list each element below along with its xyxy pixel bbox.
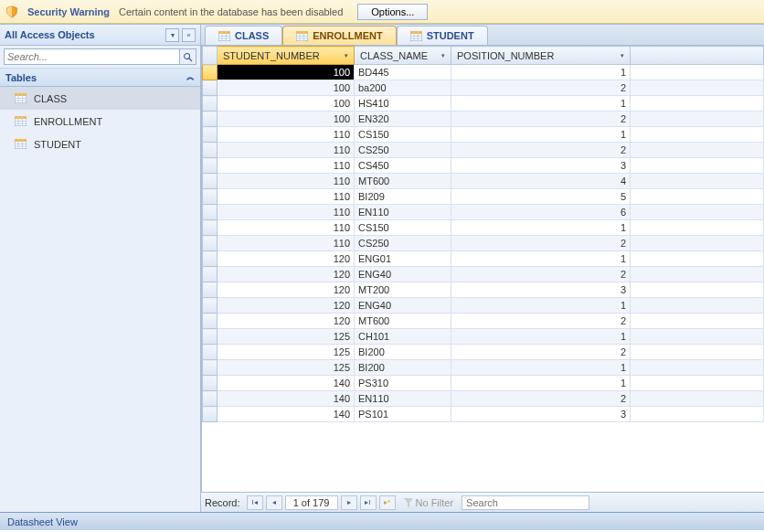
cell-student-number[interactable]: 140 xyxy=(218,407,355,422)
cell-class-name[interactable]: BI200 xyxy=(355,345,451,360)
cell-student-number[interactable]: 100 xyxy=(218,80,355,96)
tab-student[interactable]: STUDENT xyxy=(397,26,488,45)
next-record-button[interactable]: ▸ xyxy=(341,495,357,510)
cell-position-number[interactable]: 5 xyxy=(451,189,631,205)
prev-record-button[interactable]: ◂ xyxy=(266,495,282,510)
cell-class-name[interactable]: HS410 xyxy=(355,96,451,112)
cell-class-name[interactable]: CH101 xyxy=(355,329,451,345)
cell-position-number[interactable]: 1 xyxy=(451,127,631,143)
row-selector[interactable] xyxy=(203,80,218,96)
cell-student-number[interactable]: 100 xyxy=(218,96,355,112)
row-selector[interactable] xyxy=(203,391,218,407)
cell-class-name[interactable]: MT600 xyxy=(355,314,451,329)
row-selector[interactable] xyxy=(203,112,218,127)
row-selector[interactable] xyxy=(203,65,218,80)
row-selector[interactable] xyxy=(203,314,218,329)
cell-position-number[interactable]: 2 xyxy=(451,236,631,251)
select-all-cell[interactable] xyxy=(203,47,218,65)
nav-item-student[interactable]: STUDENT xyxy=(0,133,200,155)
cell-student-number[interactable]: 125 xyxy=(218,345,355,360)
cell-student-number[interactable]: 100 xyxy=(218,65,355,80)
cell-position-number[interactable]: 2 xyxy=(451,112,631,127)
cell-student-number[interactable]: 110 xyxy=(218,127,355,143)
row-selector[interactable] xyxy=(203,329,218,345)
record-search-input[interactable] xyxy=(462,495,589,510)
cell-position-number[interactable]: 1 xyxy=(451,329,631,345)
cell-student-number[interactable]: 110 xyxy=(218,189,355,205)
cell-student-number[interactable]: 110 xyxy=(218,220,355,236)
cell-class-name[interactable]: CS150 xyxy=(355,127,451,143)
cell-class-name[interactable]: ENG40 xyxy=(355,298,451,314)
row-selector[interactable] xyxy=(203,345,218,360)
column-dropdown-icon[interactable]: ▾ xyxy=(618,50,627,61)
new-record-button[interactable]: ▸* xyxy=(379,495,396,510)
row-selector[interactable] xyxy=(203,205,218,220)
cell-position-number[interactable]: 2 xyxy=(451,314,631,329)
tab-enrollment[interactable]: ENROLLMENT xyxy=(282,26,396,45)
column-dropdown-icon[interactable]: ▾ xyxy=(342,50,351,61)
cell-position-number[interactable]: 1 xyxy=(451,376,631,391)
cell-position-number[interactable]: 2 xyxy=(451,391,631,407)
row-selector[interactable] xyxy=(203,360,218,376)
cell-student-number[interactable]: 110 xyxy=(218,158,355,174)
row-selector[interactable] xyxy=(203,282,218,298)
cell-student-number[interactable]: 110 xyxy=(218,236,355,251)
cell-position-number[interactable]: 2 xyxy=(451,143,631,158)
cell-class-name[interactable]: EN110 xyxy=(355,205,451,220)
cell-position-number[interactable]: 1 xyxy=(451,360,631,376)
cell-position-number[interactable]: 3 xyxy=(451,158,631,174)
row-selector[interactable] xyxy=(203,174,218,189)
row-selector[interactable] xyxy=(203,220,218,236)
row-selector[interactable] xyxy=(203,251,218,267)
cell-position-number[interactable]: 1 xyxy=(451,65,631,80)
cell-class-name[interactable]: PS310 xyxy=(355,376,451,391)
cell-class-name[interactable]: ba200 xyxy=(355,80,451,96)
filter-indicator[interactable]: No Filter xyxy=(404,497,454,508)
security-options-button[interactable]: Options... xyxy=(357,4,428,20)
first-record-button[interactable]: I◂ xyxy=(247,495,263,510)
cell-position-number[interactable]: 3 xyxy=(451,407,631,422)
cell-class-name[interactable]: CS150 xyxy=(355,220,451,236)
column-dropdown-icon[interactable]: ▾ xyxy=(439,50,448,61)
cell-student-number[interactable]: 140 xyxy=(218,376,355,391)
cell-student-number[interactable]: 120 xyxy=(218,314,355,329)
cell-student-number[interactable]: 100 xyxy=(218,112,355,127)
cell-student-number[interactable]: 120 xyxy=(218,251,355,267)
cell-student-number[interactable]: 140 xyxy=(218,391,355,407)
column-header-position_number[interactable]: POSITION_NUMBER▾ xyxy=(451,47,631,65)
cell-student-number[interactable]: 125 xyxy=(218,329,355,345)
row-selector[interactable] xyxy=(203,236,218,251)
row-selector[interactable] xyxy=(203,376,218,391)
cell-student-number[interactable]: 120 xyxy=(218,267,355,282)
column-header-student_number[interactable]: STUDENT_NUMBER▾ xyxy=(218,47,355,65)
cell-student-number[interactable]: 125 xyxy=(218,360,355,376)
nav-item-class[interactable]: CLASS xyxy=(0,87,200,110)
cell-class-name[interactable]: CS450 xyxy=(355,158,451,174)
cell-class-name[interactable]: MT200 xyxy=(355,282,451,298)
cell-student-number[interactable]: 120 xyxy=(218,298,355,314)
nav-collapse-icon[interactable]: « xyxy=(182,28,196,42)
cell-student-number[interactable]: 110 xyxy=(218,143,355,158)
cell-class-name[interactable]: PS101 xyxy=(355,407,451,422)
nav-caption[interactable]: All Access Objects xyxy=(5,29,163,40)
row-selector[interactable] xyxy=(203,143,218,158)
cell-class-name[interactable]: BD445 xyxy=(355,65,451,80)
cell-position-number[interactable]: 2 xyxy=(451,267,631,282)
cell-position-number[interactable]: 4 xyxy=(451,174,631,189)
cell-student-number[interactable]: 110 xyxy=(218,174,355,189)
row-selector[interactable] xyxy=(203,267,218,282)
cell-class-name[interactable]: ENG40 xyxy=(355,267,451,282)
nav-dropdown-icon[interactable]: ▾ xyxy=(165,28,179,42)
cell-position-number[interactable]: 1 xyxy=(451,251,631,267)
cell-position-number[interactable]: 6 xyxy=(451,205,631,220)
cell-class-name[interactable]: MT600 xyxy=(355,174,451,189)
row-selector[interactable] xyxy=(203,96,218,112)
cell-class-name[interactable]: CS250 xyxy=(355,236,451,251)
cell-class-name[interactable]: BI209 xyxy=(355,189,451,205)
record-position[interactable]: 1 of 179 xyxy=(285,495,338,510)
row-selector[interactable] xyxy=(203,189,218,205)
collapse-up-icon[interactable]: ︽ xyxy=(186,71,195,83)
cell-position-number[interactable]: 1 xyxy=(451,298,631,314)
cell-position-number[interactable]: 2 xyxy=(451,345,631,360)
row-selector[interactable] xyxy=(203,298,218,314)
